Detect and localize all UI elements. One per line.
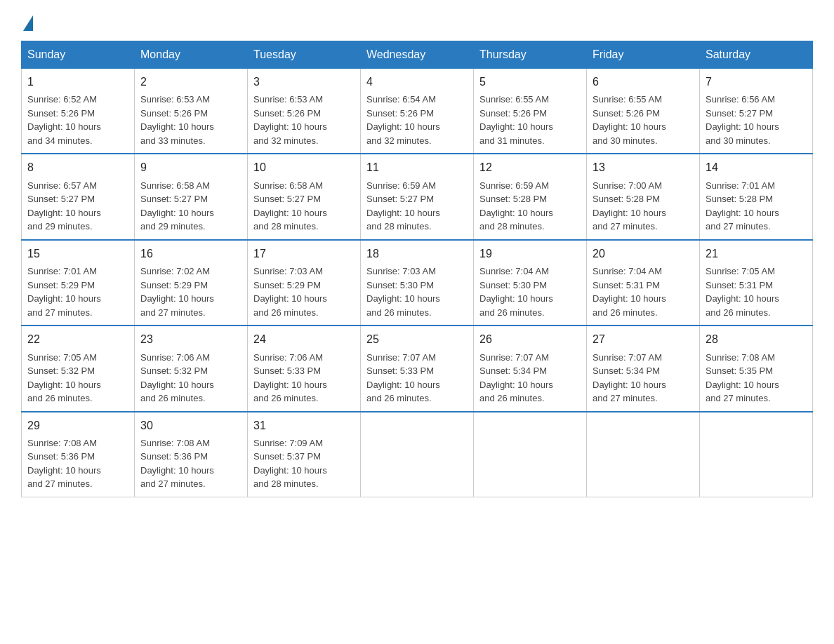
day-number: 8: [27, 160, 128, 175]
day-number: 7: [706, 74, 807, 90]
day-info: Sunrise: 6:59 AMSunset: 5:27 PMDaylight:…: [366, 180, 440, 232]
calendar-day-cell: 2 Sunrise: 6:53 AMSunset: 5:26 PMDayligh…: [135, 69, 248, 154]
calendar-day-cell: 5 Sunrise: 6:55 AMSunset: 5:26 PMDayligh…: [474, 69, 587, 154]
day-number: 6: [593, 74, 694, 90]
day-info: Sunrise: 6:53 AMSunset: 5:26 PMDaylight:…: [140, 94, 214, 146]
day-info: Sunrise: 7:08 AMSunset: 5:36 PMDaylight:…: [140, 438, 214, 490]
weekday-header-row: SundayMondayTuesdayWednesdayThursdayFrid…: [22, 41, 813, 69]
calendar-day-cell: 29 Sunrise: 7:08 AMSunset: 5:36 PMDaylig…: [22, 412, 135, 497]
day-info: Sunrise: 6:58 AMSunset: 5:27 PMDaylight:…: [140, 180, 214, 232]
day-number: 31: [253, 418, 355, 434]
day-info: Sunrise: 6:55 AMSunset: 5:26 PMDaylight:…: [593, 94, 666, 146]
day-number: 22: [27, 332, 128, 347]
day-info: Sunrise: 7:05 AMSunset: 5:32 PMDaylight:…: [27, 352, 101, 404]
calendar-day-cell: 7 Sunrise: 6:56 AMSunset: 5:27 PMDayligh…: [700, 69, 813, 154]
day-number: 15: [27, 246, 128, 262]
calendar-day-cell: 26 Sunrise: 7:07 AMSunset: 5:34 PMDaylig…: [474, 326, 587, 411]
day-info: Sunrise: 6:54 AMSunset: 5:26 PMDaylight:…: [366, 94, 440, 146]
day-info: Sunrise: 6:59 AMSunset: 5:28 PMDaylight:…: [479, 180, 553, 232]
day-info: Sunrise: 7:02 AMSunset: 5:29 PMDaylight:…: [140, 266, 214, 318]
calendar-day-cell: 8 Sunrise: 6:57 AMSunset: 5:27 PMDayligh…: [22, 154, 135, 239]
calendar-day-cell: [700, 412, 813, 497]
day-info: Sunrise: 7:03 AMSunset: 5:29 PMDaylight:…: [253, 266, 327, 318]
weekday-header-tuesday: Tuesday: [248, 41, 361, 69]
calendar-table: SundayMondayTuesdayWednesdayThursdayFrid…: [21, 41, 813, 497]
day-info: Sunrise: 7:08 AMSunset: 5:35 PMDaylight:…: [706, 352, 779, 404]
weekday-header-friday: Friday: [587, 41, 700, 69]
day-info: Sunrise: 7:01 AMSunset: 5:29 PMDaylight:…: [27, 266, 101, 318]
page-header: [21, 14, 813, 28]
day-number: 26: [479, 332, 581, 347]
calendar-day-cell: [474, 412, 587, 497]
calendar-day-cell: 18 Sunrise: 7:03 AMSunset: 5:30 PMDaylig…: [361, 240, 474, 326]
day-info: Sunrise: 7:07 AMSunset: 5:34 PMDaylight:…: [479, 352, 553, 404]
weekday-header-monday: Monday: [135, 41, 248, 69]
day-number: 19: [479, 246, 581, 262]
calendar-week-row: 8 Sunrise: 6:57 AMSunset: 5:27 PMDayligh…: [22, 154, 813, 239]
weekday-header-saturday: Saturday: [700, 41, 813, 69]
logo-triangle-icon: [23, 15, 33, 31]
calendar-week-row: 15 Sunrise: 7:01 AMSunset: 5:29 PMDaylig…: [22, 240, 813, 326]
day-info: Sunrise: 7:07 AMSunset: 5:33 PMDaylight:…: [366, 352, 440, 404]
calendar-day-cell: 17 Sunrise: 7:03 AMSunset: 5:29 PMDaylig…: [248, 240, 361, 326]
day-info: Sunrise: 7:09 AMSunset: 5:37 PMDaylight:…: [253, 438, 327, 490]
calendar-day-cell: 25 Sunrise: 7:07 AMSunset: 5:33 PMDaylig…: [361, 326, 474, 411]
day-number: 16: [140, 246, 241, 262]
day-info: Sunrise: 7:04 AMSunset: 5:30 PMDaylight:…: [479, 266, 553, 318]
calendar-day-cell: 31 Sunrise: 7:09 AMSunset: 5:37 PMDaylig…: [248, 412, 361, 497]
calendar-day-cell: 3 Sunrise: 6:53 AMSunset: 5:26 PMDayligh…: [248, 69, 361, 154]
day-number: 23: [140, 332, 241, 347]
day-number: 10: [253, 160, 355, 175]
day-info: Sunrise: 7:05 AMSunset: 5:31 PMDaylight:…: [706, 266, 779, 318]
day-number: 3: [253, 74, 355, 90]
calendar-day-cell: 11 Sunrise: 6:59 AMSunset: 5:27 PMDaylig…: [361, 154, 474, 239]
day-info: Sunrise: 6:57 AMSunset: 5:27 PMDaylight:…: [27, 180, 101, 232]
calendar-day-cell: 22 Sunrise: 7:05 AMSunset: 5:32 PMDaylig…: [22, 326, 135, 411]
day-number: 2: [140, 74, 241, 90]
calendar-day-cell: 15 Sunrise: 7:01 AMSunset: 5:29 PMDaylig…: [22, 240, 135, 326]
logo: [21, 14, 33, 28]
calendar-day-cell: 9 Sunrise: 6:58 AMSunset: 5:27 PMDayligh…: [135, 154, 248, 239]
weekday-header-sunday: Sunday: [22, 41, 135, 69]
day-info: Sunrise: 6:56 AMSunset: 5:27 PMDaylight:…: [706, 94, 779, 146]
day-info: Sunrise: 7:04 AMSunset: 5:31 PMDaylight:…: [593, 266, 666, 318]
calendar-day-cell: 6 Sunrise: 6:55 AMSunset: 5:26 PMDayligh…: [587, 69, 700, 154]
day-number: 30: [140, 418, 241, 434]
day-number: 18: [366, 246, 468, 262]
calendar-day-cell: 13 Sunrise: 7:00 AMSunset: 5:28 PMDaylig…: [587, 154, 700, 239]
calendar-day-cell: 27 Sunrise: 7:07 AMSunset: 5:34 PMDaylig…: [587, 326, 700, 411]
calendar-day-cell: 19 Sunrise: 7:04 AMSunset: 5:30 PMDaylig…: [474, 240, 587, 326]
day-number: 29: [27, 418, 128, 434]
calendar-week-row: 1 Sunrise: 6:52 AMSunset: 5:26 PMDayligh…: [22, 69, 813, 154]
calendar-week-row: 29 Sunrise: 7:08 AMSunset: 5:36 PMDaylig…: [22, 412, 813, 497]
calendar-day-cell: 14 Sunrise: 7:01 AMSunset: 5:28 PMDaylig…: [700, 154, 813, 239]
day-number: 9: [140, 160, 241, 175]
day-number: 27: [593, 332, 694, 347]
calendar-day-cell: 24 Sunrise: 7:06 AMSunset: 5:33 PMDaylig…: [248, 326, 361, 411]
calendar-day-cell: [587, 412, 700, 497]
day-info: Sunrise: 6:52 AMSunset: 5:26 PMDaylight:…: [27, 94, 101, 146]
day-info: Sunrise: 7:01 AMSunset: 5:28 PMDaylight:…: [706, 180, 779, 232]
day-number: 12: [479, 160, 581, 175]
calendar-day-cell: 1 Sunrise: 6:52 AMSunset: 5:26 PMDayligh…: [22, 69, 135, 154]
calendar-day-cell: 12 Sunrise: 6:59 AMSunset: 5:28 PMDaylig…: [474, 154, 587, 239]
day-number: 28: [706, 332, 807, 347]
weekday-header-wednesday: Wednesday: [361, 41, 474, 69]
day-info: Sunrise: 6:53 AMSunset: 5:26 PMDaylight:…: [253, 94, 327, 146]
day-number: 17: [253, 246, 355, 262]
day-info: Sunrise: 7:00 AMSunset: 5:28 PMDaylight:…: [593, 180, 666, 232]
day-number: 13: [593, 160, 694, 175]
day-info: Sunrise: 7:06 AMSunset: 5:33 PMDaylight:…: [253, 352, 327, 404]
calendar-day-cell: 10 Sunrise: 6:58 AMSunset: 5:27 PMDaylig…: [248, 154, 361, 239]
day-info: Sunrise: 7:06 AMSunset: 5:32 PMDaylight:…: [140, 352, 214, 404]
calendar-day-cell: 28 Sunrise: 7:08 AMSunset: 5:35 PMDaylig…: [700, 326, 813, 411]
day-number: 14: [706, 160, 807, 175]
day-info: Sunrise: 6:55 AMSunset: 5:26 PMDaylight:…: [479, 94, 553, 146]
day-number: 5: [479, 74, 581, 90]
weekday-header-thursday: Thursday: [474, 41, 587, 69]
day-info: Sunrise: 7:07 AMSunset: 5:34 PMDaylight:…: [593, 352, 666, 404]
day-number: 4: [366, 74, 468, 90]
calendar-day-cell: [361, 412, 474, 497]
day-info: Sunrise: 6:58 AMSunset: 5:27 PMDaylight:…: [253, 180, 327, 232]
day-number: 25: [366, 332, 468, 347]
